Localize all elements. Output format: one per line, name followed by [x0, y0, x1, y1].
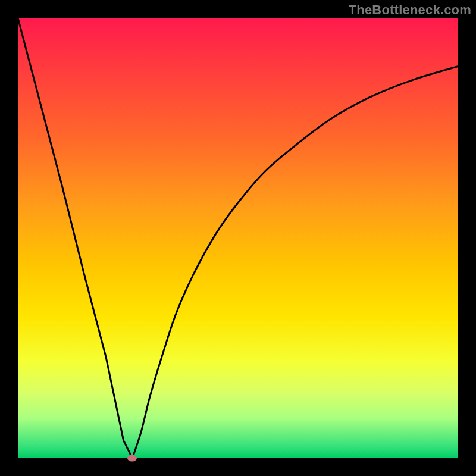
plot-area	[18, 18, 458, 458]
optimum-marker	[127, 455, 137, 462]
bottleneck-curve	[18, 18, 458, 458]
watermark-text: TheBottleneck.com	[349, 2, 471, 18]
curve-path	[18, 18, 458, 458]
chart-frame: TheBottleneck.com	[0, 0, 476, 476]
